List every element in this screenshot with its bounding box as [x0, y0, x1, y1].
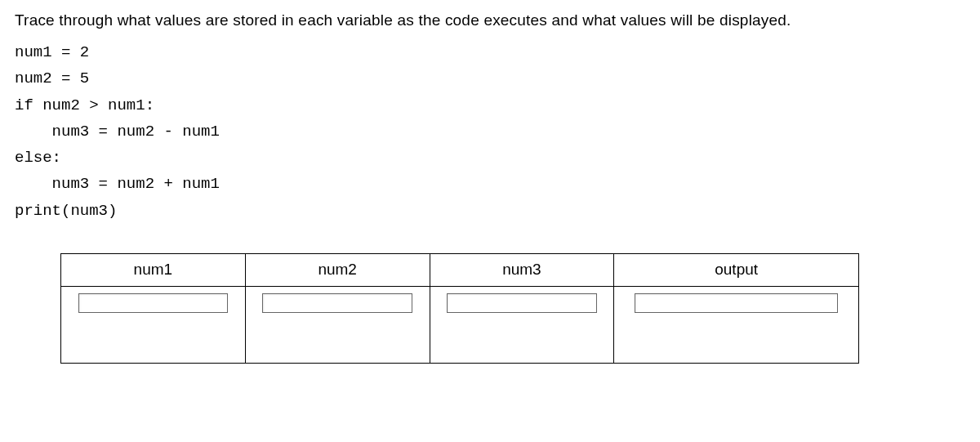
table-header-row: num1 num2 num3 output [61, 254, 859, 287]
code-line: num1 = 2 [15, 43, 89, 61]
instruction-text: Trace through what values are stored in … [15, 11, 965, 29]
trace-table: num1 num2 num3 output [60, 253, 859, 364]
header-num3: num3 [430, 254, 614, 287]
code-block: num1 = 2 num2 = 5 if num2 > num1: num3 =… [15, 39, 965, 224]
code-line: num3 = num2 - num1 [15, 123, 220, 141]
cell-num1 [61, 287, 246, 364]
cell-num3 [430, 287, 614, 364]
input-num2[interactable] [262, 293, 412, 313]
header-output: output [614, 254, 859, 287]
input-num1[interactable] [78, 293, 229, 313]
table-input-row [61, 287, 859, 364]
cell-num2 [245, 287, 430, 364]
code-line: if num2 > num1: [15, 96, 154, 114]
code-line: else: [15, 149, 61, 167]
code-line: num3 = num2 + num1 [15, 175, 220, 193]
input-num3[interactable] [447, 293, 597, 313]
header-num2: num2 [245, 254, 430, 287]
cell-output [614, 287, 859, 364]
input-output[interactable] [635, 293, 838, 313]
header-num1: num1 [61, 254, 246, 287]
code-line: num2 = 5 [15, 69, 89, 87]
code-line: print(num3) [15, 202, 117, 220]
